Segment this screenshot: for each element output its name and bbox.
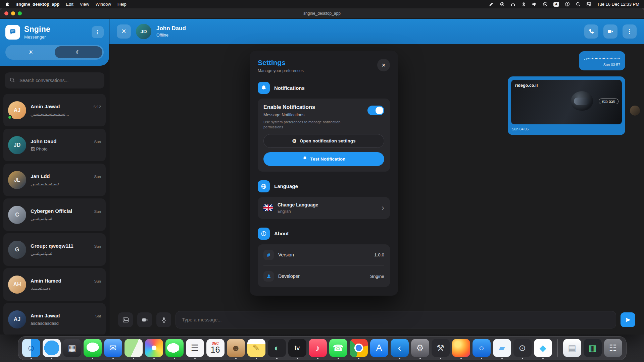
message-bubble-image[interactable]: ridego.co.il סבם מנה Sun 04:05 xyxy=(508,76,625,135)
running-indicator xyxy=(522,358,523,359)
menu-help[interactable]: Help xyxy=(117,2,127,7)
search-icon xyxy=(9,77,15,84)
running-indicator xyxy=(460,358,462,359)
headphones-icon[interactable] xyxy=(510,2,515,7)
notifications-hint: Use system preferences to manage notific… xyxy=(263,120,354,130)
dock-item-documents-folder[interactable]: ▤ xyxy=(563,339,581,359)
attach-image-button[interactable] xyxy=(118,312,133,327)
dock-item-app-store[interactable]: A xyxy=(370,339,388,359)
chat-menu-button[interactable] xyxy=(623,24,637,39)
dock-item-notes[interactable]: ✎ xyxy=(247,339,265,359)
dock-item-calendar[interactable]: DEC16 xyxy=(206,339,225,359)
version-value: 1.0.0 xyxy=(374,252,384,257)
menu-view[interactable]: View xyxy=(80,2,89,7)
control-center-icon[interactable] xyxy=(586,2,591,7)
avatar: AH xyxy=(8,276,26,294)
conversation-item[interactable]: JLJan LddSunثسيثسيثسيثسي xyxy=(3,164,106,196)
apple-menu-icon[interactable] xyxy=(5,2,10,7)
message-input[interactable] xyxy=(176,311,616,328)
theme-toggle[interactable]: ☀ ☾ xyxy=(5,45,104,60)
dock-item-vscode[interactable]: ‹ xyxy=(391,339,409,359)
conversation-item[interactable]: GGroup: qweqw111Sunثسيثسيثسي xyxy=(3,233,106,266)
close-window-button[interactable] xyxy=(4,11,8,15)
conversation-name: John Daud xyxy=(31,138,57,144)
running-indicator xyxy=(276,358,278,359)
search-icon[interactable] xyxy=(576,2,581,7)
send-button[interactable] xyxy=(621,312,635,327)
dock-item-music[interactable]: ♪ xyxy=(309,339,327,359)
zoom-window-button[interactable] xyxy=(18,11,22,15)
menu-app-name[interactable]: sngine_desktop_app xyxy=(16,2,59,7)
conversation-item[interactable]: AJAmin JawadSatasdasdasdasd xyxy=(3,303,106,335)
dock-item-media-app[interactable]: ◐ xyxy=(268,339,286,359)
accessibility-icon[interactable] xyxy=(565,2,570,7)
dock-item-apple-tv[interactable]: tv xyxy=(288,339,306,359)
running-indicator xyxy=(358,358,359,359)
voice-call-button[interactable] xyxy=(584,24,598,39)
menu-clock[interactable]: Tue 16 Dec 12:33 PM xyxy=(597,2,639,7)
message-bubble[interactable]: ثسيثسيثسيثسيثسي Sun 03:57 xyxy=(579,51,625,70)
dock-item-downloads-stack[interactable]: ▥ xyxy=(584,339,602,359)
conversation-item[interactable]: JDJohn DaudSun🖼 Photo xyxy=(3,129,106,161)
input-source-icon[interactable]: A xyxy=(553,2,559,7)
search-bar[interactable] xyxy=(5,72,104,88)
dock-item-files[interactable]: ▰ xyxy=(493,339,511,359)
pen-icon[interactable] xyxy=(489,2,494,7)
volume-icon[interactable] xyxy=(532,2,537,7)
dock-item-mail[interactable]: ✉ xyxy=(104,339,122,359)
attach-video-button[interactable] xyxy=(137,312,152,327)
menu-window[interactable]: Window xyxy=(96,2,111,7)
window-titlebar[interactable]: sngine_desktop_app xyxy=(0,8,644,19)
dock-item-mining-tool[interactable]: ⚒ xyxy=(432,339,450,359)
bluetooth-icon[interactable] xyxy=(521,2,526,7)
button-label: Test Notification xyxy=(310,157,346,162)
open-notification-settings-button[interactable]: ⚙ Open notification settings xyxy=(263,134,384,148)
dock-item-facetime[interactable] xyxy=(165,339,184,359)
conversation-item[interactable]: AHAmin HamedSunءصمثصمث xyxy=(3,268,106,301)
calendar-icon: DEC16 xyxy=(206,339,225,357)
conversation-preview: ثسيثسيثسيثسيثسي... xyxy=(31,112,101,117)
sidebar-menu-button[interactable] xyxy=(92,26,104,38)
dock-item-maps[interactable] xyxy=(125,339,143,359)
safari-icon xyxy=(43,339,61,357)
avatar: G xyxy=(8,241,26,259)
running-indicator xyxy=(481,358,482,359)
dark-mode-moon-icon[interactable]: ☾ xyxy=(55,46,103,58)
dock-item-blue-social[interactable]: ○ xyxy=(473,339,491,359)
notifications-toggle[interactable] xyxy=(367,106,384,115)
change-language-row[interactable]: Change Language English › xyxy=(258,197,390,219)
dock-item-chrome[interactable] xyxy=(350,339,368,359)
voice-record-button[interactable] xyxy=(156,312,171,327)
dock-item-firefox[interactable] xyxy=(452,339,470,359)
menu-edit[interactable]: Edit xyxy=(66,2,73,7)
dock-item-utility-app[interactable]: ⊙ xyxy=(513,339,532,359)
light-mode-sun-icon[interactable]: ☀ xyxy=(7,46,55,58)
dock-item-system-settings[interactable]: ⚙ xyxy=(411,339,429,359)
dock-item-reminders[interactable]: ☰ xyxy=(186,339,204,359)
video-call-button[interactable] xyxy=(603,24,617,39)
conversation-item[interactable]: CCybergen OfficialSunثسيثسيثسي xyxy=(3,198,106,231)
contact-avatar[interactable]: JD xyxy=(136,24,151,39)
close-settings-button[interactable]: × xyxy=(377,59,390,71)
dock-item-flutter[interactable]: ◆ xyxy=(534,339,552,359)
test-notification-button[interactable]: Test Notification xyxy=(263,152,384,166)
minimize-window-button[interactable] xyxy=(11,11,15,15)
dock-item-messages[interactable] xyxy=(84,339,102,359)
close-chat-button[interactable]: × xyxy=(117,24,131,39)
search-input[interactable] xyxy=(19,77,100,83)
play-icon[interactable] xyxy=(543,2,548,7)
dock-item-contacts[interactable]: ☻ xyxy=(227,339,245,359)
message-image[interactable]: ridego.co.il סבם מנה xyxy=(511,80,622,124)
dock-item-photos[interactable] xyxy=(145,339,163,359)
globe-icon xyxy=(258,180,270,192)
conversation-name: Jan Ldd xyxy=(31,173,50,179)
dock-item-whatsapp[interactable]: ☎ xyxy=(329,339,347,359)
conversation-preview: ءصمثصمث xyxy=(31,286,101,291)
dock-item-safari[interactable] xyxy=(43,339,61,359)
record-icon[interactable] xyxy=(500,2,505,7)
dock-item-launchpad[interactable]: ▦ xyxy=(63,339,81,359)
dock-item-trash[interactable]: ☷ xyxy=(604,339,622,359)
dock-item-finder[interactable]: ☺ xyxy=(22,339,40,359)
conversation-item[interactable]: AJAmin Jawad5:12ثسيثسيثسيثسيثسي... xyxy=(3,94,106,126)
conversation-time: Sat xyxy=(95,314,101,318)
